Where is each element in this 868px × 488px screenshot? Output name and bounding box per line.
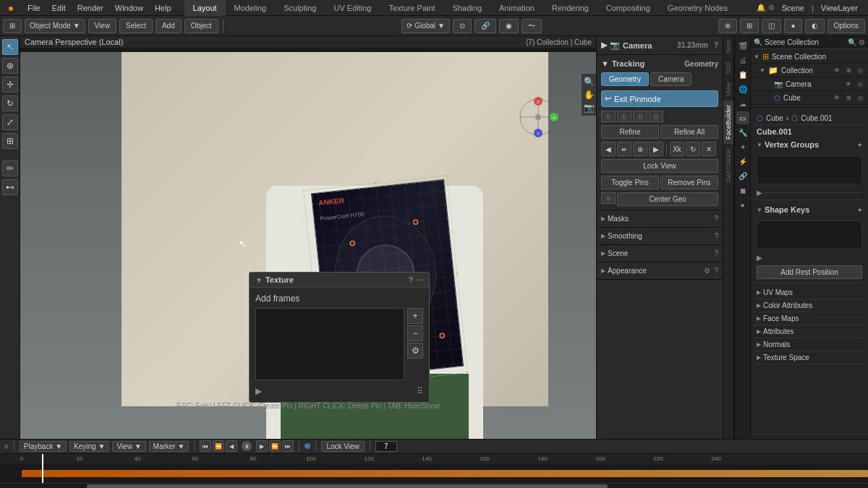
step-back-btn[interactable]: ⏪ [213, 440, 224, 452]
menu-window[interactable]: Window [109, 0, 149, 16]
add-menu[interactable]: Add [156, 19, 182, 33]
appearance-header[interactable]: ▶ Appearance ⚙ ? [597, 265, 723, 277]
transform-tool[interactable]: ⊞ [2, 133, 18, 149]
timeline-scrollbar-thumb[interactable] [87, 484, 608, 488]
shape-keys-header[interactable]: ▼ Shape Keys + [754, 203, 865, 216]
sk-add-btn[interactable]: + [858, 205, 862, 214]
gizmo-toggle[interactable]: ⊕ [718, 19, 737, 33]
physics-icon[interactable]: ⚡ [736, 155, 749, 168]
exit-pinmode-btn[interactable]: ↩ Exit Pinmode [601, 90, 718, 107]
view-layer-icon[interactable]: 📋 [736, 68, 749, 81]
workspace-layout[interactable]: Layout [184, 0, 226, 16]
menu-file[interactable]: File [22, 0, 46, 16]
scene-properties-icon[interactable]: 🌐 [736, 82, 749, 95]
workspace-compositing[interactable]: Compositing [597, 0, 659, 16]
view-menu[interactable]: View [88, 19, 117, 33]
play-forward-btn[interactable]: ▶ [256, 440, 268, 452]
side-tab-facebuilder[interactable]: FaceBuilder [723, 100, 733, 144]
appearance-help[interactable]: ? [714, 267, 718, 275]
vg-add-btn[interactable]: + [858, 140, 862, 149]
workspace-sculpting[interactable]: Sculpting [275, 0, 325, 16]
workspace-texture-paint[interactable]: Texture Paint [380, 0, 443, 16]
vg-nav-left[interactable]: ▶ [757, 189, 762, 197]
data-properties-icon[interactable]: ◼ [736, 184, 749, 197]
scene-collection-settings[interactable]: ⚙ [859, 38, 865, 46]
scene-help[interactable]: ? [714, 249, 718, 257]
jump-end-btn[interactable]: ⏭ [282, 440, 294, 452]
options-btn[interactable]: Options [827, 19, 865, 33]
tracking-header[interactable]: ▼ Tracking Geometry [597, 57, 723, 70]
collection-viewport[interactable]: ⊞ [843, 65, 854, 75]
overlay-toggle[interactable]: ⊞ [740, 19, 759, 33]
select-tool[interactable]: ↖ [2, 39, 18, 55]
next-icon[interactable]: ▶ [649, 142, 663, 156]
shading-render[interactable]: ◐ [805, 19, 825, 33]
prev-icon[interactable]: ◀ [601, 142, 616, 156]
annotate-tool[interactable]: ✏ [2, 160, 18, 176]
settings-texture-btn[interactable]: ⚙ [407, 343, 423, 359]
pivot-point[interactable]: ⊙ [453, 19, 472, 33]
scene-header[interactable]: ▶ Scene ? [597, 247, 723, 260]
xray-toggle[interactable]: ◫ [762, 19, 781, 33]
sk-nav-left[interactable]: ▶ [757, 254, 762, 262]
toggle-pins-btn[interactable]: Toggle Pins [601, 176, 659, 189]
refine-icon-3[interactable]: ⟨⟩ [633, 111, 647, 122]
world-icon[interactable]: ☁ [736, 97, 749, 110]
jump-start-btn[interactable]: ⏮ [200, 440, 211, 452]
constraints-icon[interactable]: 🔗 [736, 169, 749, 182]
hand-tool[interactable]: ✋ [584, 90, 595, 100]
expand-scene[interactable]: ▼ [754, 53, 760, 60]
proportional-edit[interactable]: ◉ [499, 19, 519, 33]
tab-camera[interactable]: Camera [650, 72, 692, 86]
cursor-tool[interactable]: ⊕ [2, 58, 18, 74]
rotate-icon[interactable]: ↻ [686, 142, 700, 156]
normals-row[interactable]: ▶ Normals [754, 338, 865, 351]
texture-help-icon[interactable]: ? [409, 276, 413, 284]
keying-dropdown[interactable]: Keying ▼ [69, 441, 109, 452]
center-icon[interactable]: ⊕ [633, 142, 647, 156]
camera-render[interactable]: ◎ [855, 79, 865, 89]
view-dropdown[interactable]: View ▼ [112, 441, 145, 452]
collection-visibility[interactable]: 👁 [832, 65, 842, 75]
modifier-icon[interactable]: 🔧 [736, 126, 749, 139]
smoothing-help[interactable]: ? [714, 232, 718, 240]
step-forward-btn[interactable]: ⏩ [269, 440, 281, 452]
uv-maps-row[interactable]: ▶ UV Maps [754, 286, 865, 299]
camera-view-tool[interactable]: 📷 [584, 103, 595, 113]
refine-icon-4[interactable]: ⟨⟩ [649, 111, 663, 122]
rotate-tool[interactable]: ↻ [2, 95, 18, 111]
side-tab-geotracker[interactable]: GeoTracker [723, 144, 733, 187]
color-attributes-row[interactable]: ▶ Color Attributes [754, 299, 865, 312]
workspace-uv-editing[interactable]: UV Editing [325, 0, 380, 16]
render-properties-icon[interactable]: 🎬 [736, 39, 749, 52]
center-geo-btn[interactable]: Center Geo [617, 192, 718, 206]
smoothing-header[interactable]: ▶ Smoothing ? [597, 230, 723, 242]
side-tab-view[interactable]: View [723, 78, 733, 100]
move-tool[interactable]: ✛ [2, 77, 18, 93]
expand-collection[interactable]: ▼ [760, 67, 765, 74]
texture-grid-btn[interactable]: ⠿ [417, 386, 423, 396]
measure-tool[interactable]: ⊷ [2, 179, 18, 195]
masks-header[interactable]: ▶ Masks ? [597, 213, 723, 225]
play-pause-btn[interactable]: ⏸ [242, 441, 252, 451]
material-icon[interactable]: ● [736, 198, 749, 211]
zoom-in-tool[interactable]: 🔍 [584, 77, 595, 87]
object-mode-dropdown[interactable]: Object Mode ▼ [25, 19, 85, 33]
object-properties-icon[interactable]: ▭ [736, 111, 749, 124]
menu-edit[interactable]: Edit [46, 0, 72, 16]
menu-help[interactable]: Help [149, 0, 177, 16]
xk-btn[interactable]: Xk [670, 142, 684, 156]
workspace-shading[interactable]: Shading [444, 0, 490, 16]
select-menu[interactable]: Select [119, 19, 153, 33]
vertex-groups-header[interactable]: ▼ Vertex Groups + [754, 138, 865, 151]
refine-icon-2[interactable]: ⟨⟩ [617, 111, 631, 122]
camera-header[interactable]: ▶ 📷 Camera 31.23mm ? [597, 38, 723, 52]
object-menu[interactable]: Object [184, 19, 218, 33]
marker-dropdown[interactable]: Marker ▼ [149, 441, 190, 452]
cube-visibility[interactable]: 👁 [832, 93, 842, 103]
path-toggle[interactable]: 〜 [522, 19, 542, 33]
close-icon[interactable]: ✕ [702, 142, 716, 156]
center-geo-icon[interactable]: ⊡ [601, 192, 616, 204]
texture-collapse-icon[interactable]: ▼ [255, 276, 263, 284]
camera-help-icon[interactable]: ? [714, 41, 718, 49]
